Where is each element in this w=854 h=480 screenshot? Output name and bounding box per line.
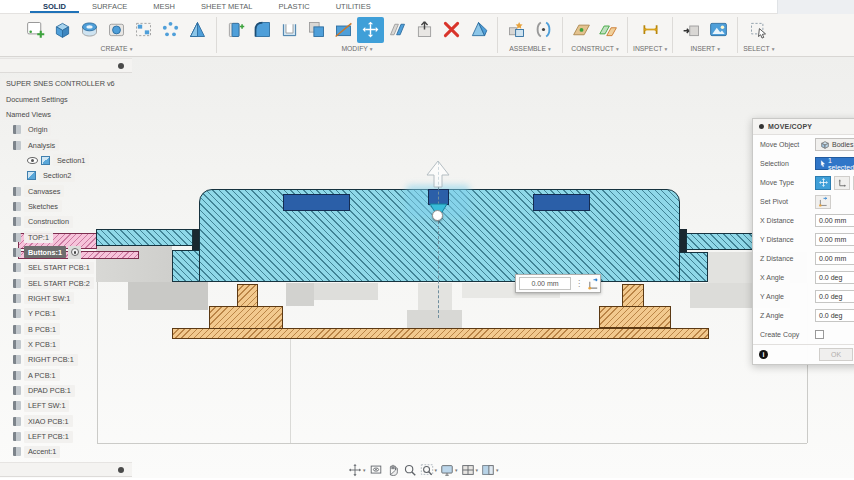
look-at-icon[interactable]: [369, 463, 383, 477]
display-settings-icon[interactable]: ▾: [440, 463, 458, 477]
browser-item-label[interactable]: RIGHT SW:1: [24, 292, 74, 304]
selected-item-radio[interactable]: [68, 246, 81, 259]
shell-icon[interactable]: [276, 17, 303, 43]
joint-icon[interactable]: [530, 17, 557, 43]
select-tool-icon[interactable]: [745, 17, 772, 43]
zoom-icon[interactable]: [403, 463, 417, 477]
browser-item-label[interactable]: B PCB:1: [24, 323, 60, 335]
ok-button[interactable]: OK: [819, 348, 853, 361]
tab-surface[interactable]: SURFACE: [79, 0, 140, 13]
browser-item-label[interactable]: Accent:1: [24, 446, 60, 458]
browser-item-label[interactable]: RIGHT PCB:1: [24, 354, 78, 366]
create-copy-checkbox[interactable]: [815, 330, 824, 339]
browser-item-label[interactable]: Document Settings: [2, 93, 72, 105]
fillet-icon[interactable]: [249, 17, 276, 43]
browser-item-label[interactable]: SEL START PCB:1: [24, 262, 94, 274]
browser-item-label[interactable]: LEFT PCB:1: [24, 431, 73, 443]
browser-item-label[interactable]: Y PCB:1: [24, 308, 60, 320]
drag-dots-icon[interactable]: ⋮: [571, 279, 587, 288]
browser-item-label[interactable]: SEL START PCB:2: [24, 277, 94, 289]
inspect-group-label[interactable]: INSPECT▾: [633, 43, 667, 55]
tab-plastic[interactable]: PLASTIC: [265, 0, 322, 13]
browser-item-label[interactable]: Origin: [24, 124, 51, 136]
shell-step-right[interactable]: [679, 252, 708, 282]
align-icon[interactable]: [384, 17, 411, 43]
pcb-section-base[interactable]: [172, 328, 709, 339]
browser-item-label[interactable]: Sketches: [24, 200, 62, 212]
move-type-translate-icon[interactable]: [834, 176, 850, 190]
insert-canvas-icon[interactable]: [705, 17, 732, 43]
shell-wing-right[interactable]: [686, 233, 754, 250]
y-distance-input[interactable]: 0.00 mm: [815, 233, 854, 246]
browser-item-label[interactable]: Named Views: [2, 108, 55, 120]
browser-item-label[interactable]: XIAO PCB:1: [24, 415, 73, 427]
dialog-grip-icon[interactable]: [759, 124, 764, 129]
grid-layout-icon[interactable]: ▾: [461, 463, 479, 477]
browser-item-label[interactable]: SUPER SNES CONTROLLER v6: [2, 78, 119, 90]
press-pull-icon[interactable]: [222, 17, 249, 43]
pan-icon[interactable]: [386, 463, 400, 477]
button-slot-right[interactable]: [533, 194, 590, 211]
browser-item-label[interactable]: DPAD PCB:1: [24, 385, 75, 397]
z-angle-input[interactable]: 0.0 deg: [815, 309, 854, 322]
split-body-icon[interactable]: [330, 17, 357, 43]
measure-icon[interactable]: [637, 17, 664, 43]
revolve-icon[interactable]: [76, 17, 103, 43]
move-arrow-up-icon[interactable]: [425, 159, 451, 189]
panel-collapse-dot[interactable]: [118, 467, 124, 473]
dialog-header[interactable]: MOVE/COPY: [753, 119, 854, 135]
pcb-section-right-tower-top[interactable]: [622, 284, 644, 307]
y-angle-input[interactable]: 0.0 deg: [815, 290, 854, 303]
x-distance-input[interactable]: 0.00 mm: [815, 214, 854, 227]
circular-pattern-icon[interactable]: [157, 17, 184, 43]
browser-item-label[interactable]: Buttons:1: [24, 246, 66, 258]
browser-item-label[interactable]: Analysis: [24, 139, 59, 151]
pcb-section-right-tower[interactable]: [599, 306, 671, 328]
rectangular-pattern-icon[interactable]: [130, 17, 157, 43]
browser-item-label[interactable]: X PCB:1: [24, 339, 60, 351]
pcb-section-left-tower[interactable]: [209, 306, 283, 329]
modify-group-label[interactable]: MODIFY▾: [341, 43, 372, 55]
create-sketch-icon[interactable]: [22, 17, 49, 43]
construct-plane-icon[interactable]: [568, 17, 595, 43]
set-pivot-button[interactable]: [815, 195, 831, 209]
browser-item-label[interactable]: Section1: [53, 154, 89, 166]
delete-icon[interactable]: [438, 17, 465, 43]
pcb-section-left-tower-top[interactable]: [237, 284, 258, 307]
tab-utilities[interactable]: UTILITIES: [323, 0, 384, 13]
create-group-label[interactable]: CREATE▾: [101, 43, 133, 55]
info-icon[interactable]: i: [759, 350, 768, 359]
browser-item-label[interactable]: LEFT SW:1: [24, 400, 69, 412]
orbit-icon[interactable]: ▾: [348, 463, 366, 477]
browser-item-label[interactable]: Construction: [24, 216, 73, 228]
selection-chip[interactable]: 1 selected: [815, 157, 854, 170]
browser-item-label[interactable]: Canvases: [24, 185, 64, 197]
insert-derive-icon[interactable]: [678, 17, 705, 43]
move-object-button[interactable]: Bodies: [815, 138, 854, 151]
combine-icon[interactable]: [303, 17, 330, 43]
construct-midplane-icon[interactable]: [595, 17, 622, 43]
move-type-free-icon[interactable]: [815, 176, 831, 190]
insert-group-label[interactable]: INSERT▾: [690, 43, 720, 55]
construct-group-label[interactable]: CONSTRUCT▾: [571, 43, 618, 55]
sweep-icon[interactable]: [103, 17, 130, 43]
browser-item-label[interactable]: A PCB:1: [24, 369, 60, 381]
assemble-group-label[interactable]: ASSEMBLE▾: [509, 43, 550, 55]
change-parameters-icon[interactable]: [465, 17, 492, 43]
extrude-icon[interactable]: [49, 17, 76, 43]
select-group-label[interactable]: SELECT▾: [743, 43, 774, 55]
z-distance-input[interactable]: 0.00 mm: [815, 252, 854, 265]
set-pivot-icon[interactable]: [587, 277, 600, 290]
tab-sheet-metal[interactable]: SHEET METAL: [188, 0, 265, 13]
new-component-icon[interactable]: [503, 17, 530, 43]
fit-icon[interactable]: ▾: [420, 463, 438, 477]
panel-collapse-dot[interactable]: [118, 63, 124, 69]
visibility-eye-icon[interactable]: [27, 157, 38, 164]
button-slot-left[interactable]: [283, 194, 350, 211]
distance-input[interactable]: 0.00 mm: [519, 277, 571, 290]
move-copy-icon[interactable]: [357, 17, 384, 43]
browser-item-label[interactable]: TOP:1: [24, 231, 53, 243]
physical-material-icon[interactable]: [411, 17, 438, 43]
tab-mesh[interactable]: MESH: [140, 0, 188, 13]
tab-solid[interactable]: SOLID: [30, 0, 79, 13]
